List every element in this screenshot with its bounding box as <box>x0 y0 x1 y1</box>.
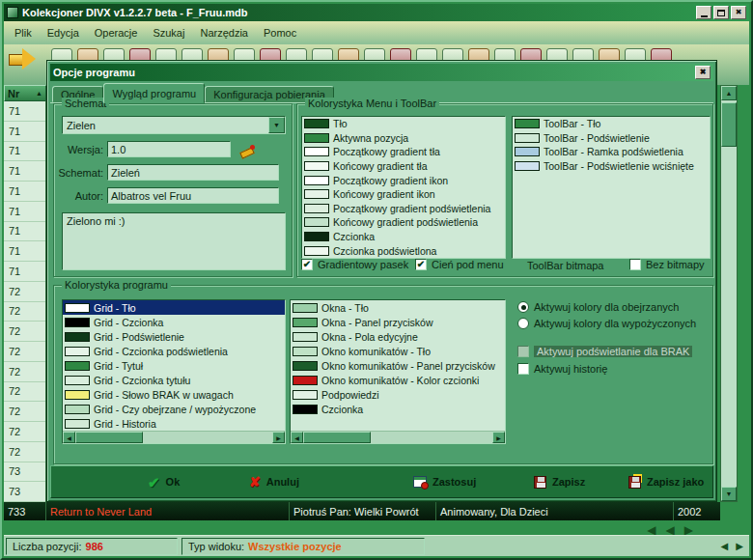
nav-prev-icon[interactable]: ◀ <box>666 524 675 536</box>
titlebar[interactable]: Kolekcjoner DIVX v1.2.2.7 beta - F_Fruu.… <box>4 4 749 21</box>
checkbox-icon[interactable] <box>629 259 641 270</box>
scroll-right-icon[interactable]: ▶ <box>272 432 285 443</box>
grid-row[interactable]: 71 <box>4 142 45 162</box>
dialog-close-button[interactable]: ✖ <box>695 66 711 79</box>
grid-row[interactable]: 72 <box>4 422 45 442</box>
status-prev-icon[interactable]: ◀ <box>721 541 729 551</box>
grid-row[interactable]: 72 <box>4 322 45 342</box>
grid-row[interactable]: 71 <box>4 202 45 222</box>
grid-row[interactable]: 72 <box>4 382 45 403</box>
scrollbar-thumb[interactable] <box>721 102 737 147</box>
color-item-okno-komunikat-w-t-o[interactable]: Okno komunikatów - Tło <box>291 344 505 358</box>
check-aktywuj-histori[interactable]: Aktywuj historię <box>517 363 607 375</box>
vertical-scrollbar[interactable]: ▲ ▼ <box>720 85 738 502</box>
dialog-titlebar[interactable]: Opcje programu ✖ <box>50 64 713 81</box>
grid-row[interactable]: 71 <box>4 101 45 122</box>
color-item-okna-t-o[interactable]: Okna - Tło <box>291 300 505 315</box>
checkbox-icon[interactable] <box>517 346 529 357</box>
check-bez-bitmapy[interactable]: Bez bitmapy <box>629 259 705 270</box>
color-item-podpowiedzi[interactable]: Podpowiedzi <box>291 387 505 402</box>
color-item-grid-tytu[interactable]: Grid - Tytuł <box>63 358 285 373</box>
grid-row[interactable]: 71 <box>4 241 45 262</box>
grid-row[interactable]: 72 <box>4 362 45 382</box>
button-anuluj[interactable]: ✘Anuluj <box>249 466 299 497</box>
grid-column-header-nr[interactable]: Nr ▲ <box>4 85 46 101</box>
color-item-ko-cowy-gradient-pod-wietlenia[interactable]: Końcowy gradient podświetlenia <box>302 215 505 230</box>
color-item-okna-pola-edycyjne[interactable]: Okna - Pola edycyjne <box>291 329 505 344</box>
color-item-aktywna-pozycja[interactable]: Aktywna pozycja <box>302 131 505 146</box>
close-button[interactable]: ✖ <box>731 6 746 19</box>
selected-grid-row[interactable]: 733 Return to Never Land Piotruś Pan: Wi… <box>4 502 720 520</box>
check-cie-pod-menu[interactable]: ✔Cień pod menu <box>415 259 504 270</box>
radio-icon[interactable] <box>517 318 529 329</box>
color-item-grid-czcionka-tytu-u[interactable]: Grid - Czcionka tytułu <box>63 373 285 387</box>
color-item-grid-s-owo-brak-w-uwagach[interactable]: Grid - Słowo BRAK w uwagach <box>63 387 285 402</box>
forward-arrow-icon[interactable] <box>8 46 39 71</box>
grid-row[interactable]: 71 <box>4 182 45 202</box>
color-item-czcionka[interactable]: Czcionka <box>291 402 505 416</box>
color-item-okna-panel-przycisk-w[interactable]: Okna - Panel przycisków <box>291 315 505 329</box>
color-item-grid-pod-wietlenie[interactable]: Grid - Podświetlenie <box>63 329 285 344</box>
nav-next-icon[interactable]: ▶ <box>684 524 693 536</box>
menu-szukaj[interactable]: Szukaj <box>146 25 191 41</box>
window-colors-list[interactable]: ◀ ▶ Okna - TłoOkna - Panel przyciskówOkn… <box>290 299 506 444</box>
scroll-down-icon[interactable]: ▼ <box>721 487 737 501</box>
toolbar-colors-list[interactable]: ToolBar - TłoToolBar - PodświetlenieTool… <box>512 116 711 259</box>
radio-aktywuj-kolory-dla-wypo-yczonych[interactable]: Aktywuj kolory dla wypożyczonych <box>517 318 696 329</box>
scheme-description[interactable]: Zielono mi :) <box>62 212 286 270</box>
menu-plik[interactable]: Plik <box>8 25 39 41</box>
color-item-grid-czy-obejrzane-wypo-yczone[interactable]: Grid - Czy obejrzane / wypożyczone <box>63 402 285 416</box>
color-item-okno-komunikat-w-panel-przycisk-w[interactable]: Okno komunikatów - Panel przycisków <box>291 358 505 373</box>
status-next-icon[interactable]: ▶ <box>736 541 743 551</box>
check-aktywuj-pod-wietlanie-dla-brak[interactable]: Aktywuj podświetlanie dla BRAK <box>517 346 692 357</box>
menu-pomoc[interactable]: Pomoc <box>257 25 303 41</box>
color-item-t-o[interactable]: Tło <box>302 117 505 131</box>
schemat-field[interactable]: Zieleń <box>107 164 279 181</box>
scroll-left-icon[interactable]: ◀ <box>63 432 75 443</box>
menu-edycja[interactable]: Edycja <box>41 25 86 41</box>
autor-field[interactable]: Albatros vel Fruu <box>107 187 279 204</box>
grid-row[interactable]: 71 <box>4 161 45 182</box>
color-item-grid-historia[interactable]: Grid - Historia <box>63 416 285 431</box>
scroll-right-icon[interactable]: ▶ <box>492 432 505 443</box>
color-item-grid-t-o[interactable]: Grid - Tło <box>63 300 285 315</box>
color-item-toolbar-pod-wietlenie[interactable]: ToolBar - Podświetlenie <box>513 131 710 146</box>
scroll-up-icon[interactable]: ▲ <box>721 86 737 100</box>
checkbox-icon[interactable]: ✔ <box>301 259 313 270</box>
color-item-czcionka-pod-wietlona[interactable]: Czcionka podświetlona <box>302 243 505 258</box>
checkbox-icon[interactable]: ✔ <box>415 259 427 270</box>
scheme-select[interactable]: Zielen ▼ <box>62 116 286 134</box>
horizontal-scrollbar[interactable]: ◀ ▶ <box>291 431 505 443</box>
grid-row[interactable]: 71 <box>4 262 45 282</box>
button-zapisz-jako[interactable]: Zapisz jako <box>628 466 704 497</box>
radio-icon[interactable] <box>517 301 529 313</box>
grid-row[interactable]: 72 <box>4 282 45 302</box>
button-zastosuj[interactable]: Zastosuj <box>413 466 476 497</box>
grid-row[interactable]: 73 <box>4 462 45 483</box>
color-item-toolbar-pod-wietlenie-wci-ni-te[interactable]: ToolBar - Podświetlenie wciśnięte <box>513 159 710 174</box>
color-item-grid-czcionka-pod-wietlenia[interactable]: Grid - Czcionka podświetlenia <box>63 344 285 358</box>
grid-row[interactable]: 72 <box>4 442 45 462</box>
button-ok[interactable]: ✔Ok <box>148 466 180 497</box>
grid-row[interactable]: 72 <box>4 342 45 362</box>
radio-aktywuj-kolory-dla-obejrzanych[interactable]: Aktywuj kolory dla obejrzanych <box>517 301 679 313</box>
color-item-pocz-tkowy-gradient-t-a[interactable]: Początkowy gradient tła <box>302 145 505 159</box>
color-item-toolbar-ramka-pod-wietlenia[interactable]: ToolBar - Ramka podświetlenia <box>513 145 710 159</box>
wersja-field[interactable]: 1.0 <box>107 141 231 157</box>
color-item-pocz-tkowy-gradient-ikon[interactable]: Początkowy gradient ikon <box>302 173 505 187</box>
scrollbar-thumb[interactable] <box>75 432 143 443</box>
color-item-okno-komunikat-w-kolor-czcionki[interactable]: Okno komunikatów - Kolor czcionki <box>291 373 505 387</box>
grid-row[interactable]: 72 <box>4 302 45 322</box>
minimize-button[interactable] <box>696 6 711 19</box>
horizontal-scrollbar[interactable]: ◀ ▶ <box>63 431 285 443</box>
scrollbar-thumb[interactable] <box>303 432 371 443</box>
button-zapisz[interactable]: Zapisz <box>534 466 585 497</box>
color-item-toolbar-t-o[interactable]: ToolBar - Tło <box>513 117 710 131</box>
menu-operacje[interactable]: Operacje <box>88 25 145 41</box>
grid-row[interactable]: 72 <box>4 402 45 422</box>
maximize-button[interactable] <box>713 6 729 19</box>
color-item-pocz-tkowy-gradient-pod-wietlenia[interactable]: Początkowy gradient podświetlenia <box>302 202 505 216</box>
menu-colors-list[interactable]: TłoAktywna pozycjaPoczątkowy gradient tł… <box>301 116 506 259</box>
chevron-down-icon[interactable]: ▼ <box>268 117 285 133</box>
grid-row[interactable]: 71 <box>4 122 45 142</box>
